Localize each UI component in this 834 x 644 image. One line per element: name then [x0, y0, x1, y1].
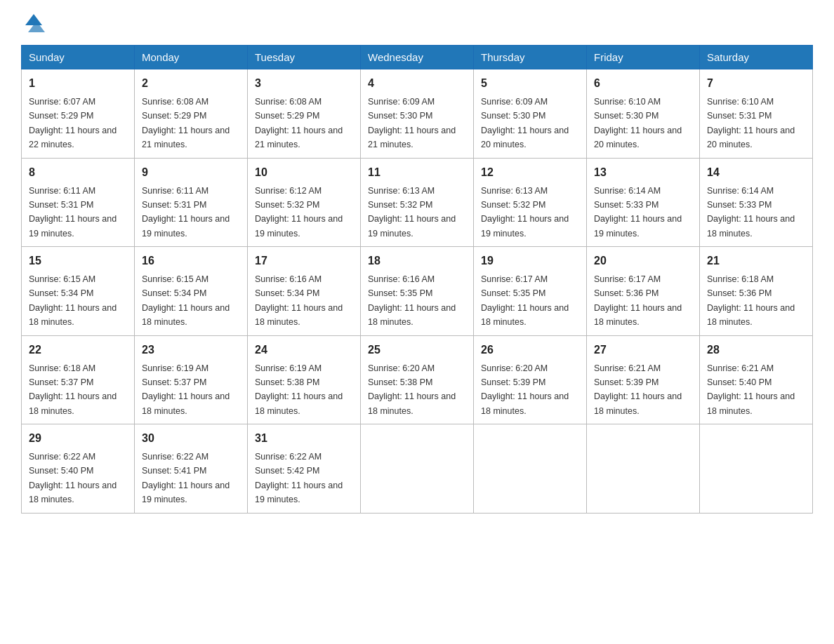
calendar-week-1: 1Sunrise: 6:07 AMSunset: 5:29 PMDaylight… — [22, 69, 813, 159]
day-info: Sunrise: 6:14 AMSunset: 5:33 PMDaylight:… — [594, 186, 682, 239]
day-number: 5 — [481, 75, 579, 92]
day-info: Sunrise: 6:15 AMSunset: 5:34 PMDaylight:… — [142, 274, 230, 327]
calendar-week-5: 29Sunrise: 6:22 AMSunset: 5:40 PMDayligh… — [22, 424, 813, 514]
day-number: 17 — [255, 253, 353, 269]
header-wednesday: Wednesday — [361, 46, 474, 69]
day-info: Sunrise: 6:14 AMSunset: 5:33 PMDaylight:… — [707, 186, 795, 239]
day-number: 15 — [29, 253, 127, 269]
day-number: 19 — [481, 253, 579, 269]
day-number: 22 — [29, 342, 127, 358]
day-info: Sunrise: 6:18 AMSunset: 5:37 PMDaylight:… — [29, 363, 117, 416]
calendar-cell: 31Sunrise: 6:22 AMSunset: 5:42 PMDayligh… — [248, 424, 361, 514]
calendar-cell: 25Sunrise: 6:20 AMSunset: 5:38 PMDayligh… — [361, 335, 474, 424]
day-number: 27 — [594, 342, 692, 358]
day-info: Sunrise: 6:18 AMSunset: 5:36 PMDaylight:… — [707, 274, 795, 327]
day-number: 9 — [142, 164, 240, 181]
header-friday: Friday — [587, 46, 700, 69]
day-info: Sunrise: 6:16 AMSunset: 5:34 PMDaylight:… — [255, 274, 343, 327]
day-info: Sunrise: 6:21 AMSunset: 5:39 PMDaylight:… — [594, 363, 682, 416]
calendar-week-2: 8Sunrise: 6:11 AMSunset: 5:31 PMDaylight… — [22, 158, 813, 247]
day-number: 10 — [255, 164, 353, 181]
calendar-cell: 26Sunrise: 6:20 AMSunset: 5:39 PMDayligh… — [474, 335, 587, 424]
calendar-cell: 18Sunrise: 6:16 AMSunset: 5:35 PMDayligh… — [361, 247, 474, 336]
calendar-cell — [700, 424, 813, 514]
calendar-cell: 3Sunrise: 6:08 AMSunset: 5:29 PMDaylight… — [248, 69, 361, 159]
header-thursday: Thursday — [474, 46, 587, 69]
day-info: Sunrise: 6:20 AMSunset: 5:38 PMDaylight:… — [368, 363, 456, 416]
calendar-cell: 7Sunrise: 6:10 AMSunset: 5:31 PMDaylight… — [700, 69, 813, 159]
day-info: Sunrise: 6:11 AMSunset: 5:31 PMDaylight:… — [142, 186, 230, 239]
header-tuesday: Tuesday — [248, 46, 361, 69]
calendar-cell: 11Sunrise: 6:13 AMSunset: 5:32 PMDayligh… — [361, 158, 474, 247]
day-info: Sunrise: 6:22 AMSunset: 5:42 PMDaylight:… — [255, 452, 343, 504]
day-info: Sunrise: 6:08 AMSunset: 5:29 PMDaylight:… — [255, 97, 343, 149]
calendar-cell: 5Sunrise: 6:09 AMSunset: 5:30 PMDaylight… — [474, 69, 587, 159]
calendar-header-row: SundayMondayTuesdayWednesdayThursdayFrid… — [22, 46, 813, 69]
calendar-week-3: 15Sunrise: 6:15 AMSunset: 5:34 PMDayligh… — [22, 247, 813, 336]
svg-marker-0 — [25, 14, 42, 25]
day-info: Sunrise: 6:20 AMSunset: 5:39 PMDaylight:… — [481, 363, 569, 416]
header-saturday: Saturday — [700, 46, 813, 69]
calendar-cell: 23Sunrise: 6:19 AMSunset: 5:37 PMDayligh… — [135, 335, 248, 424]
day-number: 3 — [255, 75, 353, 92]
calendar-cell: 6Sunrise: 6:10 AMSunset: 5:30 PMDaylight… — [587, 69, 700, 159]
day-info: Sunrise: 6:08 AMSunset: 5:29 PMDaylight:… — [142, 97, 230, 149]
calendar-cell: 13Sunrise: 6:14 AMSunset: 5:33 PMDayligh… — [587, 158, 700, 247]
calendar-week-4: 22Sunrise: 6:18 AMSunset: 5:37 PMDayligh… — [22, 335, 813, 424]
day-info: Sunrise: 6:10 AMSunset: 5:31 PMDaylight:… — [707, 97, 795, 149]
header-sunday: Sunday — [22, 46, 135, 69]
day-number: 11 — [368, 164, 466, 181]
day-info: Sunrise: 6:09 AMSunset: 5:30 PMDaylight:… — [481, 97, 569, 149]
day-number: 29 — [29, 430, 127, 447]
day-number: 26 — [481, 342, 579, 358]
header-monday: Monday — [135, 46, 248, 69]
day-info: Sunrise: 6:17 AMSunset: 5:36 PMDaylight:… — [594, 274, 682, 327]
calendar-cell: 16Sunrise: 6:15 AMSunset: 5:34 PMDayligh… — [135, 247, 248, 336]
calendar-cell: 12Sunrise: 6:13 AMSunset: 5:32 PMDayligh… — [474, 158, 587, 247]
day-number: 31 — [255, 430, 353, 447]
day-number: 23 — [142, 342, 240, 358]
calendar-cell: 15Sunrise: 6:15 AMSunset: 5:34 PMDayligh… — [22, 247, 135, 336]
calendar-cell: 29Sunrise: 6:22 AMSunset: 5:40 PMDayligh… — [22, 424, 135, 514]
day-info: Sunrise: 6:11 AMSunset: 5:31 PMDaylight:… — [29, 186, 117, 239]
day-number: 7 — [707, 75, 805, 92]
calendar-cell: 4Sunrise: 6:09 AMSunset: 5:30 PMDaylight… — [361, 69, 474, 159]
day-number: 18 — [368, 253, 466, 269]
day-info: Sunrise: 6:19 AMSunset: 5:38 PMDaylight:… — [255, 363, 343, 416]
calendar-cell: 2Sunrise: 6:08 AMSunset: 5:29 PMDaylight… — [135, 69, 248, 159]
day-number: 12 — [481, 164, 579, 181]
day-info: Sunrise: 6:17 AMSunset: 5:35 PMDaylight:… — [481, 274, 569, 327]
calendar-cell: 24Sunrise: 6:19 AMSunset: 5:38 PMDayligh… — [248, 335, 361, 424]
day-number: 6 — [594, 75, 692, 92]
calendar-cell: 28Sunrise: 6:21 AMSunset: 5:40 PMDayligh… — [700, 335, 813, 424]
day-info: Sunrise: 6:21 AMSunset: 5:40 PMDaylight:… — [707, 363, 795, 416]
calendar-cell — [474, 424, 587, 514]
day-number: 28 — [707, 342, 805, 358]
calendar-cell — [361, 424, 474, 514]
day-number: 20 — [594, 253, 692, 269]
day-info: Sunrise: 6:10 AMSunset: 5:30 PMDaylight:… — [594, 97, 682, 149]
day-info: Sunrise: 6:16 AMSunset: 5:35 PMDaylight:… — [368, 274, 456, 327]
calendar-cell: 22Sunrise: 6:18 AMSunset: 5:37 PMDayligh… — [22, 335, 135, 424]
calendar-cell: 30Sunrise: 6:22 AMSunset: 5:41 PMDayligh… — [135, 424, 248, 514]
logo-icon — [22, 11, 45, 34]
day-info: Sunrise: 6:07 AMSunset: 5:29 PMDaylight:… — [29, 97, 117, 149]
day-info: Sunrise: 6:12 AMSunset: 5:32 PMDaylight:… — [255, 186, 343, 239]
day-info: Sunrise: 6:09 AMSunset: 5:30 PMDaylight:… — [368, 97, 456, 149]
day-number: 30 — [142, 430, 240, 447]
calendar-cell: 20Sunrise: 6:17 AMSunset: 5:36 PMDayligh… — [587, 247, 700, 336]
calendar-cell: 9Sunrise: 6:11 AMSunset: 5:31 PMDaylight… — [135, 158, 248, 247]
day-number: 4 — [368, 75, 466, 92]
day-number: 2 — [142, 75, 240, 92]
day-number: 16 — [142, 253, 240, 269]
calendar-cell: 21Sunrise: 6:18 AMSunset: 5:36 PMDayligh… — [700, 247, 813, 336]
calendar-cell: 19Sunrise: 6:17 AMSunset: 5:35 PMDayligh… — [474, 247, 587, 336]
calendar-cell: 27Sunrise: 6:21 AMSunset: 5:39 PMDayligh… — [587, 335, 700, 424]
day-number: 24 — [255, 342, 353, 358]
calendar-cell: 10Sunrise: 6:12 AMSunset: 5:32 PMDayligh… — [248, 158, 361, 247]
day-info: Sunrise: 6:13 AMSunset: 5:32 PMDaylight:… — [481, 186, 569, 239]
calendar-cell: 8Sunrise: 6:11 AMSunset: 5:31 PMDaylight… — [22, 158, 135, 247]
day-info: Sunrise: 6:15 AMSunset: 5:34 PMDaylight:… — [29, 274, 117, 327]
day-number: 14 — [707, 164, 805, 181]
day-info: Sunrise: 6:19 AMSunset: 5:37 PMDaylight:… — [142, 363, 230, 416]
